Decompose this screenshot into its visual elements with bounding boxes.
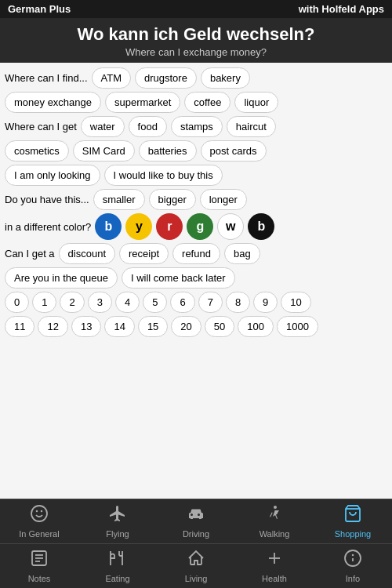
row-3: cosmeticsSIM Cardbatteriespost cards <box>5 140 387 162</box>
nav-item-living[interactable]: Living <box>165 547 227 585</box>
num-pill-6[interactable]: 6 <box>170 292 194 313</box>
num-pill-10[interactable]: 10 <box>281 292 310 313</box>
pill-7-0: Can I get a <box>5 244 55 263</box>
color-btn-1[interactable]: y <box>125 213 152 240</box>
num-pill-1[interactable]: 1 <box>32 292 56 313</box>
color-btn-4[interactable]: w <box>217 213 244 240</box>
num-pill-14[interactable]: 14 <box>104 316 134 337</box>
nav-item-health[interactable]: Health <box>243 547 306 585</box>
num-pill-7[interactable]: 7 <box>198 292 223 313</box>
nav-label-info: Info <box>346 574 360 583</box>
pill-3-3[interactable]: post cards <box>201 140 267 162</box>
num-pill-50[interactable]: 50 <box>205 316 234 337</box>
pill-8-1[interactable]: I will come back later <box>122 267 235 289</box>
color-btn-3[interactable]: g <box>187 213 213 240</box>
nav-item-walking[interactable]: Walking <box>243 503 306 540</box>
nav-item-general[interactable]: In General <box>8 503 71 540</box>
bottom-nav-secondary: NotesEatingLivingHealthInfo <box>0 543 392 588</box>
pill-1-0[interactable]: money exchange <box>5 92 101 113</box>
nav-item-driving[interactable]: Driving <box>165 503 227 540</box>
nav-label-walking: Walking <box>260 529 290 539</box>
health-icon <box>265 549 284 572</box>
pill-0-1[interactable]: ATM <box>92 67 131 89</box>
pill-3-0[interactable]: cosmetics <box>5 140 69 162</box>
pill-4-0[interactable]: I am only looking <box>5 165 100 186</box>
pill-7-1[interactable]: discount <box>59 243 115 264</box>
nav-label-driving: Driving <box>183 529 209 539</box>
page-title: Wo kann ich Geld wechseln? <box>8 24 384 45</box>
row-1: money exchangesupermarketcoffeeliquor <box>5 92 387 113</box>
pill-5-0: Do you have this... <box>5 190 89 209</box>
nav-label-living: Living <box>185 574 208 583</box>
pill-3-2[interactable]: batteries <box>139 140 197 162</box>
color-btn-0[interactable]: b <box>95 213 122 240</box>
nav-item-eating[interactable]: Eating <box>86 547 149 585</box>
nav-item-shopping[interactable]: Shopping <box>321 503 384 540</box>
nav-label-shopping: Shopping <box>335 529 372 539</box>
row-7: Can I get adiscountreceiptrefundbag <box>5 243 387 264</box>
num-pill-8[interactable]: 8 <box>226 292 250 313</box>
pill-5-3[interactable]: longer <box>200 189 247 210</box>
pill-7-2[interactable]: receipt <box>119 243 169 264</box>
num-pill-11[interactable]: 11 <box>5 316 34 337</box>
row-8: Are you in the queueI will come back lat… <box>5 267 387 289</box>
nav-label-health: Health <box>262 574 287 583</box>
nav-item-info[interactable]: Info <box>321 547 384 585</box>
pill-0-2[interactable]: drugstore <box>135 67 197 89</box>
top-bar: German Plus with Holfeld Apps <box>0 0 392 18</box>
header: Wo kann ich Geld wechseln? Where can I e… <box>0 18 392 63</box>
info-icon <box>343 549 362 572</box>
num-pill-9[interactable]: 9 <box>253 292 278 313</box>
num-pill-0[interactable]: 0 <box>5 292 29 313</box>
num-pill-12[interactable]: 12 <box>38 316 67 337</box>
pill-1-2[interactable]: coffee <box>184 92 230 113</box>
eating-icon <box>108 549 127 572</box>
bottom-nav-primary: In GeneralFlyingDrivingWalkingShopping <box>0 499 392 543</box>
row-0: Where can I find...ATMdrugstorebakery <box>5 67 387 89</box>
pill-7-4[interactable]: bag <box>224 243 260 264</box>
svg-point-0 <box>31 506 47 521</box>
row-numbers-10: 111213141520501001000 <box>5 316 387 337</box>
pill-7-3[interactable]: refund <box>172 243 220 264</box>
svg-point-3 <box>274 506 277 509</box>
walking-icon <box>265 504 284 528</box>
notes-icon <box>30 549 49 572</box>
num-pill-100[interactable]: 100 <box>238 316 274 337</box>
num-pill-5[interactable]: 5 <box>143 292 167 313</box>
nav-label-eating: Eating <box>105 574 129 583</box>
pill-2-2[interactable]: food <box>129 116 167 137</box>
pill-3-1[interactable]: SIM Card <box>73 140 135 162</box>
row-4: I am only lookingI would like to buy thi… <box>5 165 387 186</box>
page-subtitle: Where can I exchange money? <box>8 46 384 58</box>
car-icon <box>187 504 205 528</box>
nav-item-flying[interactable]: Flying <box>86 503 149 540</box>
row-numbers-9: 012345678910 <box>5 292 387 313</box>
pill-2-1[interactable]: water <box>81 116 125 137</box>
num-pill-1000[interactable]: 1000 <box>277 316 318 337</box>
pill-4-1[interactable]: I would like to buy this <box>104 165 223 186</box>
color-btn-5[interactable]: b <box>248 213 274 240</box>
num-pill-15[interactable]: 15 <box>138 316 168 337</box>
smiley-icon <box>30 504 49 528</box>
pill-0-3[interactable]: bakery <box>201 67 250 89</box>
pill-8-0[interactable]: Are you in the queue <box>5 267 118 289</box>
num-pill-13[interactable]: 13 <box>71 316 101 337</box>
pill-5-1[interactable]: smaller <box>93 189 145 210</box>
nav-label-flying: Flying <box>106 529 129 539</box>
pill-2-3[interactable]: stamps <box>171 116 223 137</box>
pill-5-2[interactable]: bigger <box>149 189 196 210</box>
color-btn-2[interactable]: r <box>156 213 183 240</box>
num-pill-3[interactable]: 3 <box>88 292 112 313</box>
num-pill-2[interactable]: 2 <box>60 292 84 313</box>
plane-icon <box>108 504 127 528</box>
nav-label-general: In General <box>19 529 59 539</box>
basket-icon <box>343 504 362 528</box>
nav-item-notes[interactable]: Notes <box>8 547 71 585</box>
pill-2-0: Where can I get <box>5 117 77 136</box>
num-pill-4[interactable]: 4 <box>115 292 140 313</box>
num-pill-20[interactable]: 20 <box>171 316 201 337</box>
pill-1-3[interactable]: liquor <box>234 92 278 113</box>
pill-1-1[interactable]: supermarket <box>105 92 180 113</box>
app-name: German Plus <box>8 3 71 15</box>
pill-2-4[interactable]: haircut <box>227 116 276 137</box>
